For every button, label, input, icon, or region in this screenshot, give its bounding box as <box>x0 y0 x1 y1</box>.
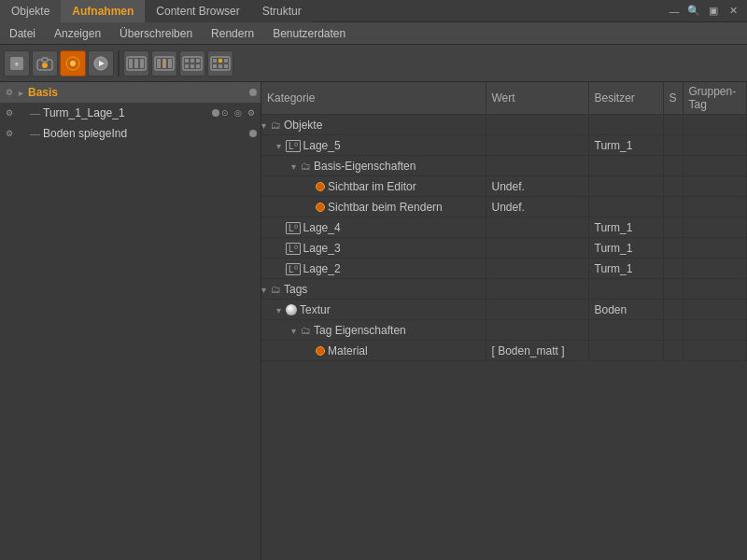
menu-benutzerdaten[interactable]: Benutzerdaten <box>263 22 355 45</box>
table-row[interactable]: L⁰Lage_3Turm_1 <box>261 238 747 259</box>
cell-s <box>663 341 683 361</box>
toolbar-camera-btn[interactable] <box>32 50 58 77</box>
toolbar-film4-btn[interactable] <box>207 50 233 77</box>
row-label: Objekte <box>284 119 322 132</box>
cell-kategorie: Sichtbar beim Rendern <box>261 197 486 217</box>
cell-besitzer <box>588 341 663 361</box>
layout-icon[interactable]: ▣ <box>705 3 722 20</box>
search-icon[interactable]: 🔍 <box>685 3 702 20</box>
toolbar-separator-1 <box>118 50 120 77</box>
cell-kategorie: ▾🗂Tags <box>261 279 486 300</box>
object-item-boden[interactable]: ⚙ — Boden spiegeInd <box>0 123 261 144</box>
table-row[interactable]: L⁰Lage_4Turm_1 <box>261 217 747 238</box>
table-row[interactable]: ▾🗂Objekte <box>261 115 747 135</box>
row-label: Sichtbar beim Rendern <box>328 201 443 214</box>
icon-a: ⊙ <box>219 107 231 119</box>
cell-gruppen-tag <box>683 259 746 279</box>
obj-visibility-dot-turm1[interactable] <box>212 109 219 117</box>
table-row[interactable]: Material[ Boden_matt ] <box>261 341 747 361</box>
cell-gruppen-tag <box>683 176 746 197</box>
obj-visibility-dot-boden[interactable] <box>249 130 257 137</box>
menu-anzeigen[interactable]: Anzeigen <box>45 22 110 45</box>
cell-wert: Undef. <box>486 176 588 197</box>
col-kategorie: Kategorie <box>261 82 486 115</box>
object-item-basis[interactable]: ⚙ ▸ Basis <box>0 82 261 103</box>
tab-bar: Objekte Aufnahmen Content Browser Strukt… <box>0 0 747 22</box>
svg-rect-31 <box>224 64 228 68</box>
properties-table: Kategorie Wert Besitzer S Gruppen-Tag <box>261 82 747 361</box>
cell-besitzer: Boden <box>588 300 663 320</box>
row-label: Lage_5 <box>303 139 341 152</box>
table-row[interactable]: ▾🗂Basis-Eigenschaften <box>261 156 747 176</box>
svg-rect-23 <box>196 59 200 63</box>
menu-uberschreiben[interactable]: Überschreiben <box>110 22 202 45</box>
table-row[interactable]: Sichtbar beim RendernUndef. <box>261 197 747 217</box>
layer-icon: L⁰ <box>286 140 301 152</box>
toolbar-film3-btn[interactable] <box>179 50 205 77</box>
layer-icon: L⁰ <box>286 243 301 255</box>
toolbar-new-btn[interactable]: + <box>4 50 30 77</box>
cell-wert <box>486 115 588 135</box>
expand-arrow: ▾ <box>276 141 286 151</box>
table-row[interactable]: ▾TexturBoden <box>261 300 747 320</box>
svg-rect-28 <box>218 59 222 63</box>
folder-icon: 🗂 <box>301 325 311 336</box>
svg-rect-14 <box>157 59 161 68</box>
cell-besitzer: Turm_1 <box>588 238 663 259</box>
table-row[interactable]: Sichtbar im EditorUndef. <box>261 176 747 197</box>
tab-struktur[interactable]: Struktur <box>251 0 313 22</box>
cell-s <box>663 259 683 279</box>
toolbar-render-btn[interactable] <box>88 50 114 77</box>
obj-right-icons-turm1: ⊙ ◎ ⚙ <box>219 107 257 119</box>
cell-besitzer: Turm_1 <box>588 217 663 238</box>
cell-gruppen-tag <box>683 279 746 300</box>
menu-datei[interactable]: Datei <box>0 22 45 45</box>
close-icon[interactable]: ✕ <box>725 3 741 20</box>
settings-icon-turm1: ⚙ <box>4 107 15 119</box>
cell-kategorie: L⁰Lage_2 <box>261 259 486 279</box>
cell-kategorie: L⁰Lage_3 <box>261 238 486 259</box>
icon-b: ◎ <box>233 107 244 119</box>
cell-besitzer <box>588 197 663 217</box>
tab-aufnahmen[interactable]: Aufnahmen <box>61 0 145 22</box>
cell-kategorie: ▾🗂Tag Eigenschaften <box>261 320 486 341</box>
object-label-boden: Boden spiegeInd <box>43 127 247 140</box>
table-row[interactable]: ▾L⁰Lage_5Turm_1 <box>261 135 747 156</box>
minimize-icon[interactable]: — <box>666 3 683 20</box>
settings-icon-boden: ⚙ <box>4 128 15 139</box>
cell-s <box>663 135 683 156</box>
table-row[interactable]: ▾🗂Tag Eigenschaften <box>261 320 747 341</box>
table-row[interactable]: ▾🗂Tags <box>261 279 747 300</box>
svg-point-3 <box>42 63 48 68</box>
expand-arrow: ▾ <box>291 161 301 172</box>
toolbar-active-camera-btn[interactable] <box>60 50 86 77</box>
svg-rect-24 <box>196 64 200 68</box>
cell-besitzer <box>588 320 663 341</box>
toolbar-film1-btn[interactable] <box>123 50 149 77</box>
cell-s <box>663 115 683 135</box>
cell-wert <box>486 259 588 279</box>
menu-rendern[interactable]: Rendern <box>202 22 263 45</box>
cell-s <box>663 197 683 217</box>
cell-gruppen-tag <box>683 320 746 341</box>
tab-objekte[interactable]: Objekte <box>0 0 61 22</box>
object-item-turm1[interactable]: ⚙ — Turm_1_Lage_1 ⊙ ◎ ⚙ <box>0 103 261 123</box>
col-gruppen-tag: Gruppen-Tag <box>683 82 746 115</box>
folder-icon: 🗂 <box>271 284 281 295</box>
tab-content-browser[interactable]: Content Browser <box>145 0 250 22</box>
col-wert: Wert <box>486 82 588 115</box>
svg-rect-30 <box>224 59 228 63</box>
toolbar-film2-btn[interactable] <box>151 50 177 77</box>
svg-rect-29 <box>218 64 222 68</box>
obj-visibility-dot-basis[interactable] <box>249 89 257 96</box>
circle-orange-icon <box>316 203 325 212</box>
cell-gruppen-tag <box>683 300 746 320</box>
row-label: Lage_2 <box>303 262 341 275</box>
sphere-icon <box>286 304 297 315</box>
cell-gruppen-tag <box>683 156 746 176</box>
table-row[interactable]: L⁰Lage_2Turm_1 <box>261 259 747 279</box>
folder-icon: 🗂 <box>301 161 311 172</box>
col-s: S <box>663 82 683 115</box>
menu-bar: Datei Anzeigen Überschreiben Rendern Ben… <box>0 22 747 45</box>
circle-orange-icon <box>316 182 325 191</box>
